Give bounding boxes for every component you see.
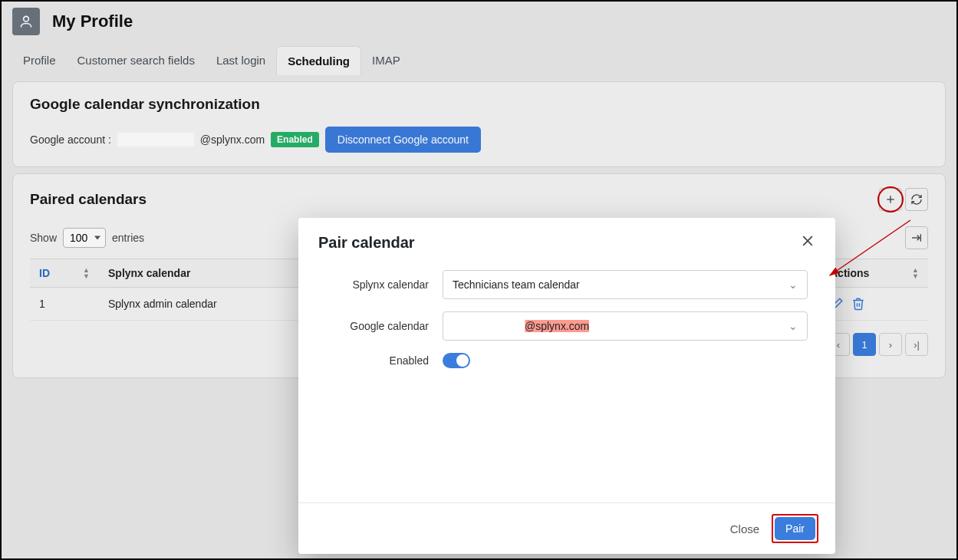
cell-id: 1	[30, 288, 99, 321]
refresh-button[interactable]	[905, 188, 928, 211]
page-next-button[interactable]: ›	[879, 333, 902, 356]
google-account-redacted	[117, 133, 194, 147]
google-account-label: Google account :	[30, 133, 111, 146]
tab-imap[interactable]: IMAP	[361, 46, 411, 75]
show-label: Show	[30, 232, 57, 244]
pair-button-highlight: Pair	[772, 514, 818, 543]
modal-title: Pair calendar	[318, 234, 415, 252]
tab-customer-search-fields[interactable]: Customer search fields	[67, 46, 206, 75]
plus-icon	[884, 193, 897, 206]
expand-button[interactable]	[905, 226, 928, 249]
page-size-select[interactable]: 100	[63, 228, 106, 248]
close-icon	[800, 233, 815, 249]
page-last-button[interactable]: ›|	[905, 333, 928, 356]
pair-button[interactable]: Pair	[775, 517, 815, 540]
sort-icon: ▲▼	[912, 267, 919, 279]
tab-profile[interactable]: Profile	[12, 46, 67, 75]
modal-close-button[interactable]	[800, 233, 815, 252]
entries-label: entries	[112, 232, 144, 244]
refresh-icon	[910, 193, 923, 206]
enabled-toggle[interactable]	[443, 353, 470, 368]
pair-calendar-modal: Pair calendar Splynx calendar Technician…	[298, 218, 835, 554]
col-id[interactable]: ID▲▼	[30, 259, 99, 288]
disconnect-google-button[interactable]: Disconnect Google account	[325, 127, 481, 153]
google-calendar-label: Google calendar	[326, 320, 443, 332]
tab-scheduling[interactable]: Scheduling	[276, 46, 361, 75]
google-sync-card: Google calendar synchronization Google a…	[12, 81, 946, 167]
chevron-down-icon: ⌄	[788, 320, 798, 332]
expand-icon	[910, 232, 923, 244]
chevron-down-icon: ⌄	[788, 278, 798, 291]
google-sync-title: Google calendar synchronization	[30, 96, 928, 113]
add-calendar-button[interactable]	[879, 188, 902, 211]
page-number-button[interactable]: 1	[853, 333, 876, 356]
tab-last-login[interactable]: Last login	[206, 46, 276, 75]
page-title: My Profile	[52, 12, 133, 31]
modal-close-text-button[interactable]: Close	[730, 522, 759, 535]
enabled-badge: Enabled	[271, 132, 319, 147]
col-actions[interactable]: Actions▲▼	[821, 259, 928, 288]
paired-calendars-title: Paired calendars	[30, 191, 146, 208]
delete-icon[interactable]	[851, 297, 865, 311]
splynx-calendar-label: Splynx calendar	[326, 278, 443, 291]
profile-avatar-button[interactable]	[12, 8, 40, 35]
sort-icon: ▲▼	[83, 267, 90, 279]
tab-bar: Profile Customer search fields Last logi…	[2, 41, 956, 75]
splynx-calendar-select[interactable]: Technicians team calendar ⌄	[443, 270, 808, 299]
google-calendar-select[interactable]: @splynx.com ⌄	[443, 311, 808, 341]
enabled-label: Enabled	[326, 354, 443, 367]
google-account-domain: @splynx.com	[200, 133, 265, 146]
svg-point-0	[24, 16, 29, 21]
